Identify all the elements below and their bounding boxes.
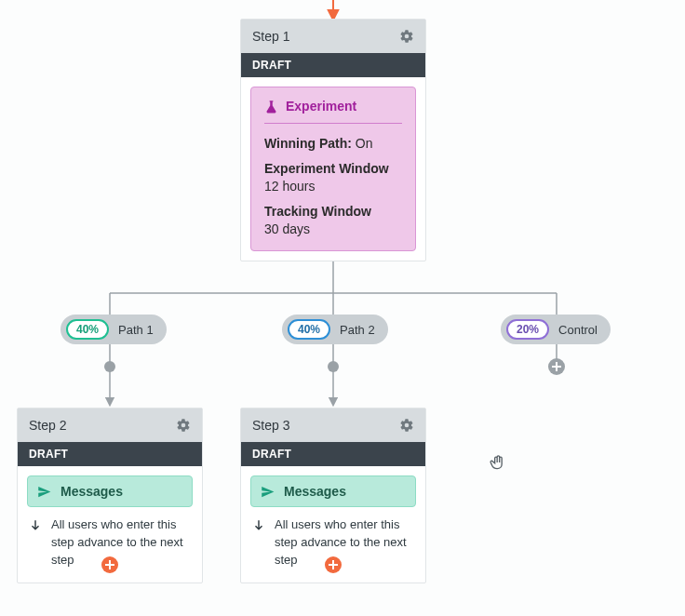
control-label: Control [558, 323, 598, 337]
add-step-below-2-button[interactable] [101, 556, 118, 573]
arrow-down-icon [29, 518, 42, 537]
gear-icon[interactable] [399, 29, 414, 44]
control-pill[interactable]: 20% Control [501, 315, 611, 344]
step-1-card[interactable]: Step 1 DRAFT Experiment Winning Path: On… [240, 19, 426, 261]
flask-icon [264, 100, 278, 114]
control-pct: 20% [506, 319, 549, 340]
arrow-down-icon [252, 518, 265, 537]
step-3-description: All users who enter this step advance to… [275, 516, 414, 569]
winning-path-label: Winning Path: [264, 136, 352, 151]
svg-point-9 [328, 361, 339, 372]
step-1-header: Step 1 [241, 20, 425, 53]
pan-cursor-icon [489, 453, 507, 475]
messages-label: Messages [284, 484, 346, 499]
experiment-heading: Experiment [286, 99, 356, 114]
add-step-below-3-button[interactable] [325, 556, 342, 573]
paper-plane-icon [261, 485, 275, 499]
path-2-pill[interactable]: 40% Path 2 [282, 315, 388, 344]
path-1-pill[interactable]: 40% Path 1 [60, 315, 167, 344]
step-3-header: Step 3 [241, 408, 425, 442]
svg-point-7 [104, 361, 115, 372]
gear-icon[interactable] [399, 418, 414, 433]
experiment-panel: Experiment Winning Path: On Experiment W… [250, 87, 416, 251]
tracking-window-label: Tracking Window [264, 203, 402, 221]
path-2-pct: 40% [288, 319, 330, 340]
step-2-header: Step 2 [18, 408, 202, 442]
winning-path-value: On [356, 136, 373, 151]
step-3-title: Step 3 [252, 418, 289, 433]
messages-chip[interactable]: Messages [27, 475, 193, 507]
experiment-window-label: Experiment Window [264, 160, 402, 178]
tracking-window-value: 30 days [264, 221, 402, 238]
path-2-label: Path 2 [340, 323, 375, 337]
gear-icon[interactable] [176, 418, 191, 433]
step-1-title: Step 1 [252, 29, 289, 44]
step-1-status: DRAFT [241, 53, 425, 77]
add-step-control-button[interactable] [548, 358, 565, 375]
messages-chip[interactable]: Messages [250, 475, 416, 507]
step-2-status: DRAFT [18, 442, 202, 466]
step-3-status: DRAFT [241, 442, 425, 466]
path-1-label: Path 1 [118, 323, 154, 337]
path-1-pct: 40% [66, 319, 109, 340]
paper-plane-icon [37, 485, 51, 499]
step-2-description: All users who enter this step advance to… [51, 516, 191, 569]
messages-label: Messages [60, 484, 123, 499]
step-2-title: Step 2 [29, 418, 66, 433]
experiment-window-value: 12 hours [264, 178, 402, 195]
